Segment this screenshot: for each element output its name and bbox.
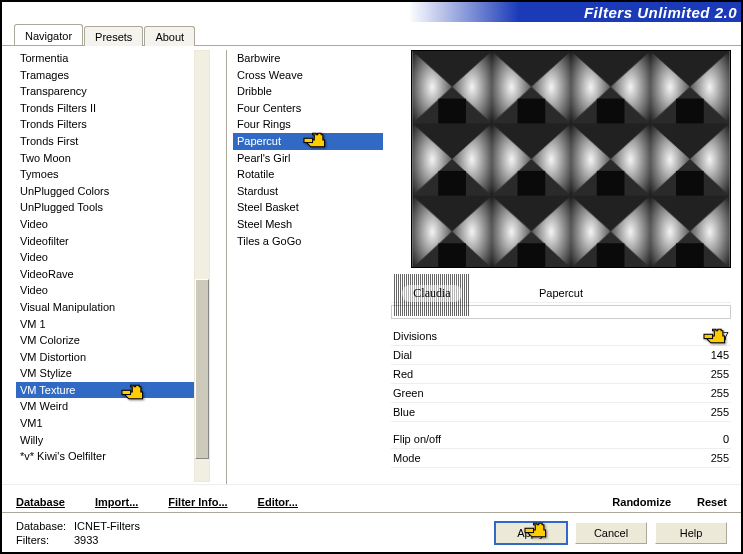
param-row[interactable]: Dial145 (391, 346, 731, 365)
category-item[interactable]: VM Stylize (16, 365, 206, 382)
footer-info: Database:ICNET-Filters Filters:3933 (16, 520, 140, 546)
footer: Database:ICNET-Filters Filters:3933 Appl… (2, 512, 741, 552)
filters-key: Filters: (16, 534, 74, 546)
param-row[interactable]: Flip on/off0 (391, 430, 731, 449)
footer-buttons: Apply Cancel Help (495, 522, 727, 544)
category-item[interactable]: VM Distortion (16, 349, 206, 366)
category-item[interactable]: Tymoes (16, 166, 206, 183)
category-list[interactable]: TormentiaTramagesTransparencyTronds Filt… (16, 50, 206, 484)
cancel-button[interactable]: Cancel (575, 522, 647, 544)
param-value: 0 (689, 433, 729, 445)
category-item[interactable]: VM Texture (16, 382, 206, 399)
category-item[interactable]: Tronds Filters II (16, 100, 206, 117)
preview-column: Papercut Divisions67Dial145Red255Green25… (383, 50, 731, 484)
param-row[interactable]: Mode255 (391, 449, 731, 468)
category-scrollbar[interactable] (194, 50, 210, 482)
tab-about[interactable]: About (144, 26, 195, 46)
filter-item[interactable]: Papercut (233, 133, 383, 150)
svg-rect-5 (412, 51, 729, 267)
category-item[interactable]: Two Moon (16, 150, 206, 167)
tab-presets[interactable]: Presets (84, 26, 143, 46)
app-title: Filters Unlimited 2.0 (584, 4, 737, 21)
filter-item[interactable]: Steel Mesh (233, 216, 383, 233)
param-label: Dial (393, 349, 689, 361)
param-value: 67 (689, 330, 729, 342)
category-item[interactable]: VM 1 (16, 316, 206, 333)
filter-item[interactable]: Steel Basket (233, 199, 383, 216)
filter-item[interactable]: Rotatile (233, 166, 383, 183)
main-area: TormentiaTramagesTransparencyTronds Filt… (2, 46, 741, 484)
editor-button[interactable]: Editor... (258, 496, 298, 508)
param-value: 255 (689, 387, 729, 399)
db-val: ICNET-Filters (74, 520, 140, 532)
filter-item[interactable]: Stardust (233, 183, 383, 200)
category-item[interactable]: *v* Kiwi's Oelfilter (16, 448, 206, 465)
param-label: Divisions (393, 330, 689, 342)
import-button[interactable]: Import... (95, 496, 138, 508)
param-value: 255 (689, 368, 729, 380)
filter-item[interactable]: Cross Weave (233, 67, 383, 84)
db-key: Database: (16, 520, 74, 532)
category-item[interactable]: Tronds First (16, 133, 206, 150)
params-table: Divisions67Dial145Red255Green255Blue255F… (391, 327, 731, 468)
filter-item[interactable]: Four Centers (233, 100, 383, 117)
param-value: 145 (689, 349, 729, 361)
scrollbar-thumb[interactable] (195, 279, 209, 459)
param-row[interactable]: Blue255 (391, 403, 731, 422)
category-item[interactable]: Tronds Filters (16, 116, 206, 133)
filter-list[interactable]: BarbwireCross WeaveDribbleFour CentersFo… (233, 50, 383, 249)
filters-val: 3933 (74, 534, 98, 546)
progress-bar (391, 305, 731, 319)
help-button[interactable]: Help (655, 522, 727, 544)
filter-item[interactable]: Barbwire (233, 50, 383, 67)
filter-column: BarbwireCross WeaveDribbleFour CentersFo… (233, 50, 383, 484)
filter-item[interactable]: Tiles a GoGo (233, 233, 383, 250)
reset-button[interactable]: Reset (697, 496, 727, 508)
category-item[interactable]: Visual Manipulation (16, 299, 206, 316)
title-bar: Filters Unlimited 2.0 (2, 2, 741, 22)
link-button-row: Database Import... Filter Info... Editor… (2, 484, 741, 512)
param-label: Blue (393, 406, 689, 418)
preview-svg (412, 51, 730, 267)
preview-image (411, 50, 731, 268)
category-item[interactable]: VM1 (16, 415, 206, 432)
param-label: Flip on/off (393, 433, 689, 445)
filter-item[interactable]: Four Rings (233, 116, 383, 133)
category-item[interactable]: VideoRave (16, 266, 206, 283)
param-value: 255 (689, 452, 729, 464)
filter-item[interactable]: Pearl's Girl (233, 150, 383, 167)
category-item[interactable]: Video (16, 249, 206, 266)
category-column: TormentiaTramagesTransparencyTronds Filt… (16, 50, 206, 484)
category-item[interactable]: Tormentia (16, 50, 206, 67)
param-value: 255 (689, 406, 729, 418)
category-item[interactable]: Transparency (16, 83, 206, 100)
param-row[interactable]: Red255 (391, 365, 731, 384)
category-item[interactable]: UnPlugged Tools (16, 199, 206, 216)
apply-button[interactable]: Apply (495, 522, 567, 544)
column-separator (226, 50, 227, 484)
tab-navigator[interactable]: Navigator (14, 24, 83, 45)
param-row[interactable]: Green255 (391, 384, 731, 403)
param-row[interactable]: Divisions67 (391, 327, 731, 346)
param-label: Red (393, 368, 689, 380)
category-item[interactable]: UnPlugged Colors (16, 183, 206, 200)
current-filter-name: Papercut (391, 284, 731, 303)
category-item[interactable]: Willy (16, 432, 206, 449)
param-label: Mode (393, 452, 689, 464)
filter-item[interactable]: Dribble (233, 83, 383, 100)
category-item[interactable]: Video (16, 282, 206, 299)
category-item[interactable]: Video (16, 216, 206, 233)
filter-info-button[interactable]: Filter Info... (168, 496, 227, 508)
param-label: Green (393, 387, 689, 399)
category-item[interactable]: Videofilter (16, 233, 206, 250)
database-button[interactable]: Database (16, 496, 65, 508)
category-item[interactable]: VM Weird (16, 398, 206, 415)
param-header: Papercut (391, 284, 731, 303)
tab-strip: NavigatorPresetsAbout (2, 22, 741, 46)
category-item[interactable]: Tramages (16, 67, 206, 84)
category-item[interactable]: VM Colorize (16, 332, 206, 349)
randomize-button[interactable]: Randomize (612, 496, 671, 508)
